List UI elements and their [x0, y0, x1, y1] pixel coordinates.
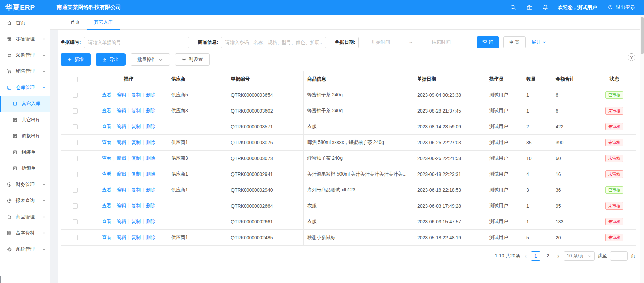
view-link[interactable]: 查看	[102, 171, 111, 177]
reset-button[interactable]: 重 置	[503, 36, 526, 48]
copy-link[interactable]: 复制	[131, 155, 141, 161]
tab-home[interactable]: 首页	[63, 15, 87, 29]
search-icon[interactable]	[510, 4, 516, 10]
sidebar-item-reports[interactable]: 报表查询	[0, 193, 50, 209]
view-link[interactable]: 查看	[102, 155, 111, 161]
row-checkbox[interactable]	[73, 140, 78, 145]
view-link[interactable]: 查看	[102, 219, 111, 224]
bank-icon[interactable]	[526, 4, 532, 10]
row-checkbox[interactable]	[73, 156, 78, 161]
copy-link[interactable]: 复制	[131, 203, 141, 208]
sidebar-item-warehouse[interactable]: 仓库管理	[0, 80, 50, 96]
cell-amount: 60	[552, 151, 593, 166]
delete-link[interactable]: 删除	[146, 155, 155, 161]
sidebar-item-other-outbound[interactable]: 其它出库	[0, 112, 50, 128]
edit-link[interactable]: 编辑	[117, 155, 126, 161]
row-checkbox[interactable]	[73, 219, 78, 224]
table-row: 查看|编辑|复制|删除QTRK00000002664衣服2023-06-03 1…	[61, 198, 636, 214]
sidebar-scrollbar-thumb[interactable]	[0, 276, 1, 283]
prev-page-button[interactable]: ‹	[523, 252, 528, 260]
row-checkbox[interactable]	[73, 203, 78, 209]
sidebar-item-purchase[interactable]: 采购管理	[0, 47, 50, 63]
copy-link[interactable]: 复制	[131, 234, 141, 240]
sidebar-item-label: 其它入库	[22, 101, 40, 107]
delete-link[interactable]: 删除	[146, 92, 155, 97]
sidebar-item-transfer-outbound[interactable]: 调拨出库	[0, 128, 50, 144]
row-checkbox[interactable]	[73, 108, 78, 114]
sidebar-item-system[interactable]: 系统管理	[0, 241, 50, 257]
sidebar-item-basic-data[interactable]: 基本资料	[0, 225, 50, 241]
row-actions-cell: 查看|编辑|复制|删除	[90, 166, 168, 182]
row-checkbox[interactable]	[73, 235, 78, 240]
page-button-1[interactable]: 1	[531, 251, 540, 261]
view-link[interactable]: 查看	[102, 92, 111, 97]
edit-link[interactable]: 编辑	[117, 203, 126, 208]
row-checkbox[interactable]	[73, 172, 78, 177]
edit-link[interactable]: 编辑	[117, 139, 126, 145]
row-select-cell	[61, 103, 90, 119]
delete-link[interactable]: 删除	[146, 187, 155, 192]
copy-link[interactable]: 复制	[131, 171, 141, 177]
view-link[interactable]: 查看	[102, 124, 111, 129]
sidebar-item-retail[interactable]: 零售管理	[0, 31, 50, 47]
copy-link[interactable]: 复制	[131, 124, 141, 129]
row-checkbox[interactable]	[73, 188, 78, 193]
cell-supplier: 供应商3	[168, 151, 227, 166]
delete-link[interactable]: 删除	[146, 171, 155, 177]
delete-link[interactable]: 删除	[146, 108, 155, 113]
page-scrollbar-thumb[interactable]	[641, 17, 644, 54]
search-button[interactable]: 查 询	[477, 36, 499, 48]
sidebar-item-disassembly[interactable]: 拆卸单	[0, 160, 50, 177]
jump-to-input[interactable]	[610, 251, 628, 261]
sidebar-item-goods[interactable]: 商品管理	[0, 209, 50, 225]
view-link[interactable]: 查看	[102, 139, 111, 145]
view-link[interactable]: 查看	[102, 203, 111, 208]
help-icon[interactable]: ?	[628, 53, 635, 61]
page-size-select[interactable]: 10 条/页	[564, 251, 595, 261]
view-link[interactable]: 查看	[102, 187, 111, 192]
copy-link[interactable]: 复制	[131, 187, 141, 192]
date-range-picker[interactable]: 开始时间 ~ 结束时间	[358, 37, 463, 48]
view-link[interactable]: 查看	[102, 234, 111, 240]
edit-link[interactable]: 编辑	[117, 171, 126, 177]
row-checkbox[interactable]	[73, 93, 78, 98]
bill-no-input[interactable]	[84, 37, 189, 48]
logout-button[interactable]: 退出登录	[608, 4, 635, 11]
edit-link[interactable]: 编辑	[117, 92, 126, 97]
edit-link[interactable]: 编辑	[117, 234, 126, 240]
copy-link[interactable]: 复制	[131, 219, 141, 224]
view-link[interactable]: 查看	[102, 108, 111, 113]
product-info-input[interactable]	[221, 37, 326, 48]
bell-icon[interactable]	[542, 4, 548, 10]
add-button[interactable]: 新增	[61, 53, 91, 66]
sidebar-item-finance[interactable]: 财务管理	[0, 177, 50, 193]
export-button[interactable]: 导出	[96, 53, 126, 66]
tab-other-inbound[interactable]: 其它入库	[87, 15, 120, 29]
delete-link[interactable]: 删除	[146, 139, 155, 145]
column-settings-button[interactable]: 列设置	[175, 53, 210, 66]
edit-link[interactable]: 编辑	[117, 187, 126, 192]
edit-link[interactable]: 编辑	[117, 219, 126, 224]
page-scrollbar[interactable]	[640, 15, 644, 283]
edit-link[interactable]: 编辑	[117, 124, 126, 129]
select-all-checkbox[interactable]	[73, 77, 78, 82]
batch-actions-button[interactable]: 批量操作	[131, 53, 170, 66]
sidebar-item-assembly[interactable]: 组装单	[0, 144, 50, 160]
copy-link[interactable]: 复制	[131, 92, 141, 97]
delete-link[interactable]: 删除	[146, 203, 155, 208]
cell-status: 未审核	[593, 151, 636, 166]
next-page-button[interactable]: ›	[556, 252, 561, 260]
delete-link[interactable]: 删除	[146, 234, 155, 240]
sidebar-item-home[interactable]: 首页	[0, 15, 50, 31]
sidebar-item-other-inbound[interactable]: 其它入库	[0, 96, 50, 112]
sidebar-item-sales[interactable]: 销售管理	[0, 63, 50, 80]
edit-link[interactable]: 编辑	[117, 108, 126, 113]
page-button-2[interactable]: 2	[543, 251, 553, 261]
expand-link[interactable]: 展开	[532, 39, 546, 45]
sync-icon	[7, 53, 12, 58]
delete-link[interactable]: 删除	[146, 124, 155, 129]
copy-link[interactable]: 复制	[131, 139, 141, 145]
row-checkbox[interactable]	[73, 124, 78, 129]
copy-link[interactable]: 复制	[131, 108, 141, 113]
delete-link[interactable]: 删除	[146, 219, 155, 224]
